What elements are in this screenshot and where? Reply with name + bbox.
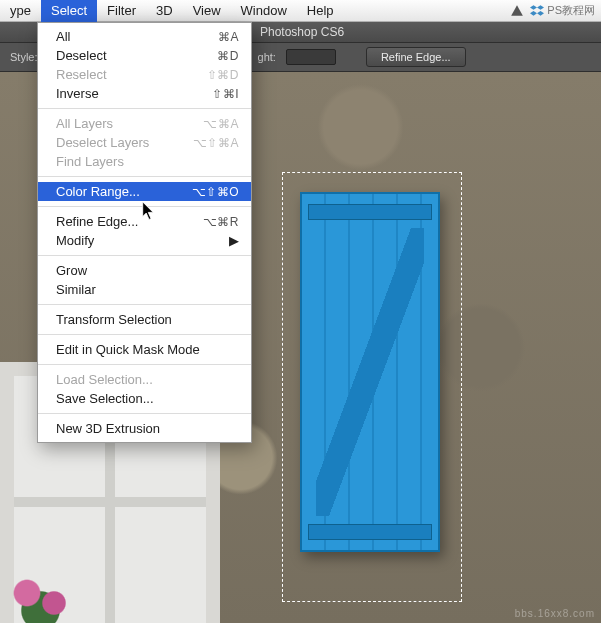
menu-item-color-range[interactable]: Color Range...⌥⇧⌘O xyxy=(38,182,251,201)
menubar-item-3d[interactable]: 3D xyxy=(146,0,183,22)
menubar-watermark: PS教程网 xyxy=(547,3,601,18)
menu-item-shortcut: ⌥⌘R xyxy=(203,215,239,229)
menubar-item-window[interactable]: Window xyxy=(231,0,297,22)
menu-item-label: All Layers xyxy=(56,116,203,131)
menu-item-all-layers: All Layers⌥⌘A xyxy=(38,114,251,133)
menu-item-label: All xyxy=(56,29,218,44)
menu-item-label: Refine Edge... xyxy=(56,214,203,229)
menu-item-label: Inverse xyxy=(56,86,212,101)
menu-item-all[interactable]: All⌘A xyxy=(38,27,251,46)
menu-item-label: Grow xyxy=(56,263,239,278)
submenu-arrow-icon: ▶ xyxy=(219,233,239,248)
menu-item-deselect-layers: Deselect Layers⌥⇧⌘A xyxy=(38,133,251,152)
menu-item-inverse[interactable]: Inverse⇧⌘I xyxy=(38,84,251,103)
menu-item-edit-in-quick-mask-mode[interactable]: Edit in Quick Mask Mode xyxy=(38,340,251,359)
menu-item-deselect[interactable]: Deselect⌘D xyxy=(38,46,251,65)
height-field[interactable] xyxy=(286,49,336,65)
menu-item-transform-selection[interactable]: Transform Selection xyxy=(38,310,251,329)
menu-item-reselect: Reselect⇧⌘D xyxy=(38,65,251,84)
menu-item-load-selection: Load Selection... xyxy=(38,370,251,389)
menu-item-shortcut: ⌘A xyxy=(218,30,239,44)
menu-item-similar[interactable]: Similar xyxy=(38,280,251,299)
menubar-item-select[interactable]: Select xyxy=(41,0,97,22)
selection-marquee[interactable] xyxy=(282,172,462,602)
menu-item-label: Find Layers xyxy=(56,154,239,169)
footer-watermark: bbs.16xx8.com xyxy=(515,608,595,619)
select-menu-dropdown: All⌘ADeselect⌘DReselect⇧⌘DInverse⇧⌘IAll … xyxy=(37,22,252,443)
menubar-item-filter[interactable]: Filter xyxy=(97,0,146,22)
refine-edge-button[interactable]: Refine Edge... xyxy=(366,47,466,67)
menu-item-find-layers: Find Layers xyxy=(38,152,251,171)
menu-item-save-selection[interactable]: Save Selection... xyxy=(38,389,251,408)
menu-item-label: Deselect Layers xyxy=(56,135,193,150)
menu-item-label: Edit in Quick Mask Mode xyxy=(56,342,239,357)
menu-item-label: Deselect xyxy=(56,48,217,63)
menu-item-shortcut: ⌥⇧⌘O xyxy=(192,185,239,199)
flowers xyxy=(0,573,90,623)
menu-item-label: Reselect xyxy=(56,67,207,82)
menu-item-shortcut: ⌘D xyxy=(217,49,239,63)
menu-item-label: Transform Selection xyxy=(56,312,239,327)
menu-item-label: Save Selection... xyxy=(56,391,239,406)
cloud-drive-icon[interactable] xyxy=(507,0,527,22)
menu-item-label: Color Range... xyxy=(56,184,192,199)
menu-item-label: New 3D Extrusion xyxy=(56,421,239,436)
menu-item-shortcut: ⇧⌘I xyxy=(212,87,239,101)
menu-item-label: Similar xyxy=(56,282,239,297)
menu-item-shortcut: ⌥⌘A xyxy=(203,117,239,131)
mac-menubar: ype Select Filter 3D View Window Help PS… xyxy=(0,0,601,22)
menubar-item-help[interactable]: Help xyxy=(297,0,344,22)
menu-item-label: Load Selection... xyxy=(56,372,239,387)
menu-item-grow[interactable]: Grow xyxy=(38,261,251,280)
menubar-item-view[interactable]: View xyxy=(183,0,231,22)
dropbox-icon[interactable] xyxy=(527,0,547,22)
menu-item-shortcut: ⇧⌘D xyxy=(207,68,239,82)
menu-item-shortcut: ⌥⇧⌘A xyxy=(193,136,239,150)
menu-item-refine-edge[interactable]: Refine Edge...⌥⌘R xyxy=(38,212,251,231)
style-label: Style: xyxy=(10,51,38,63)
height-label-fragment: ght: xyxy=(258,51,276,63)
app-title: Photoshop CS6 xyxy=(260,25,344,39)
menu-item-new-3d-extrusion[interactable]: New 3D Extrusion xyxy=(38,419,251,438)
menubar-item-type[interactable]: ype xyxy=(0,0,41,22)
menu-item-label: Modify xyxy=(56,233,219,248)
menu-item-modify[interactable]: Modify▶ xyxy=(38,231,251,250)
